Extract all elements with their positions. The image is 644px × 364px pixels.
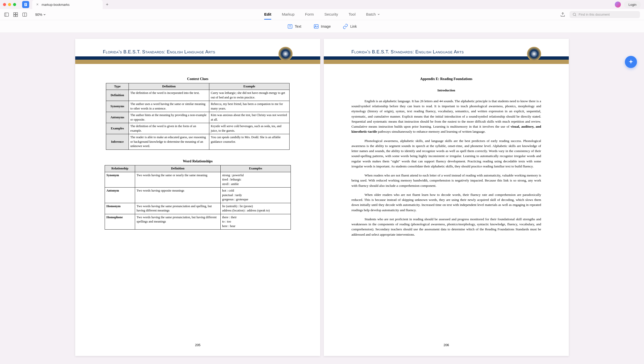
cell: The author uses a word having the same o… — [129, 101, 209, 112]
share-icon[interactable] — [560, 12, 566, 17]
menu-form[interactable]: Form — [305, 10, 314, 20]
svg-point-12 — [573, 13, 576, 16]
menu-security[interactable]: Security — [325, 10, 338, 20]
seal-icon — [278, 47, 293, 61]
sparkle-icon — [628, 59, 634, 65]
search-icon — [573, 13, 577, 17]
chevron-down-icon — [377, 13, 380, 16]
zoom-selector[interactable]: 90% — [35, 13, 46, 17]
svg-rect-8 — [14, 15, 15, 17]
cell: Two words having opposite meanings — [135, 188, 221, 203]
table-row: ExamplesThe definition of the word is gi… — [106, 123, 290, 134]
document-tab[interactable]: × markup-bookmarks — [32, 0, 103, 9]
cell: Rebecca, my best friend, has been a comp… — [209, 101, 290, 112]
document-viewport[interactable]: Florida's B.E.S.T. Standards: English La… — [0, 33, 644, 364]
sidebar-toggle-icon[interactable] — [4, 12, 9, 17]
ai-assist-floating-button[interactable] — [625, 56, 637, 68]
paragraph: Students who are not proficient in readi… — [351, 217, 541, 237]
paragraph: When readers who are not fluent attend t… — [351, 173, 541, 188]
search-box[interactable] — [570, 11, 640, 18]
image-icon — [313, 24, 319, 29]
page-header: Florida's B.E.S.T. Standards: English La… — [324, 39, 569, 64]
search-input[interactable] — [579, 13, 637, 16]
cell: strong : powerfultired : lethargicstroll… — [221, 172, 291, 188]
paragraph: When older readers who are not fluent le… — [351, 192, 541, 213]
row-head: Antonym — [105, 188, 135, 203]
close-tab-icon[interactable]: × — [36, 2, 38, 7]
menu-edit[interactable]: Edit — [264, 10, 271, 20]
cell: Carey was lethargic; she did not have en… — [209, 90, 290, 101]
section-title: Context Clues — [103, 77, 293, 82]
table-row: DefinitionThe definition of the word is … — [106, 90, 290, 101]
login-button[interactable]: Login — [624, 1, 641, 8]
row-head: Examples — [106, 123, 129, 134]
cell: Krystle will serve cold beverages, such … — [209, 123, 290, 134]
context-clues-table: Type Definition Example DefinitionThe de… — [106, 83, 290, 150]
account-avatar-icon[interactable] — [615, 2, 621, 8]
cell: Kim was anxious about the test, but Chri… — [209, 112, 290, 123]
th: Example — [209, 83, 290, 90]
cell: The definition of the word is incorporat… — [129, 90, 209, 101]
zoom-value: 90% — [35, 13, 42, 17]
row-head: Antonyms — [106, 112, 129, 123]
cell: The author hints at the meaning by provi… — [129, 112, 209, 123]
page-number: 206 — [444, 343, 449, 347]
chevron-down-icon — [43, 13, 46, 16]
page-number: 205 — [195, 343, 200, 347]
window-controls — [3, 3, 16, 6]
document-header-title: Florida's B.E.S.T. Standards: English La… — [351, 49, 464, 55]
link-icon — [343, 24, 348, 29]
edit-toolbar: Text Image Link — [0, 20, 644, 33]
paragraph: Phonological awareness, alphabetic skill… — [351, 138, 541, 169]
cell: You can speak candidly to Mrs. Dodd. She… — [209, 134, 290, 150]
menu-markup[interactable]: Markup — [282, 10, 295, 20]
reading-view-icon[interactable] — [22, 12, 27, 17]
svg-rect-9 — [16, 15, 18, 17]
table-row: AntonymTwo words having opposite meaning… — [105, 188, 291, 203]
new-tab-button[interactable]: + — [103, 0, 112, 9]
svg-rect-2 — [25, 4, 26, 5]
svg-rect-3 — [25, 5, 26, 6]
page-left: Florida's B.E.S.T. Standards: English La… — [75, 39, 320, 356]
svg-rect-6 — [14, 13, 15, 14]
thumbnail-view-icon[interactable] — [13, 12, 18, 17]
table-row: SynonymsThe author uses a word having th… — [106, 101, 290, 112]
th: Definition — [129, 83, 209, 90]
row-head: Definition — [106, 90, 129, 101]
row-head: Homonym — [105, 203, 135, 214]
section-title: Word Relationships — [103, 159, 293, 164]
document-header-title: Florida's B.E.S.T. Standards: English La… — [103, 49, 215, 55]
close-window[interactable] — [3, 3, 6, 6]
svg-rect-4 — [5, 13, 9, 16]
row-head: Synonyms — [106, 101, 129, 112]
image-tool-button[interactable]: Image — [313, 24, 331, 29]
menu-batch[interactable]: Batch — [366, 10, 380, 20]
minimize-window[interactable] — [8, 3, 11, 6]
page-right: Florida's B.E.S.T. Standards: English La… — [324, 39, 569, 356]
table-row: AntonymsThe author hints at the meaning … — [106, 112, 290, 123]
word-relationships-table: Relationship Definition Examples Synonym… — [105, 165, 291, 230]
table-row: InferenceThe reader is able to make an e… — [106, 134, 290, 150]
text-tool-button[interactable]: Text — [287, 24, 301, 29]
intro-title: Introduction — [351, 88, 541, 93]
svg-rect-7 — [16, 13, 18, 14]
th: Definition — [135, 165, 221, 172]
cell: Two words having the same pronunciation,… — [135, 214, 221, 230]
table-row: SynonymTwo words having the same or near… — [105, 172, 291, 188]
appendix-title: Appendix E: Reading Foundations — [351, 77, 541, 82]
cell: there : theirto : toohere : hear — [221, 214, 291, 230]
main-toolbar: 90% Edit Markup Form Security Tool Batch — [0, 9, 644, 20]
maximize-window[interactable] — [13, 3, 16, 6]
th: Examples — [221, 165, 291, 172]
app-icon — [22, 1, 29, 8]
table-row: HomonymTwo words having the same pronunc… — [105, 203, 291, 214]
row-head: Synonym — [105, 172, 135, 188]
cell: The definition of the word is given in t… — [129, 123, 209, 134]
link-tool-button[interactable]: Link — [343, 24, 357, 29]
seal-icon — [527, 47, 541, 61]
text-icon — [287, 24, 293, 29]
menu-tool[interactable]: Tool — [349, 10, 356, 20]
th: Relationship — [105, 165, 135, 172]
cell: hot : coldpunctual : tardygorgeous : gro… — [221, 188, 291, 203]
titlebar: × markup-bookmarks + Login — [0, 0, 644, 9]
